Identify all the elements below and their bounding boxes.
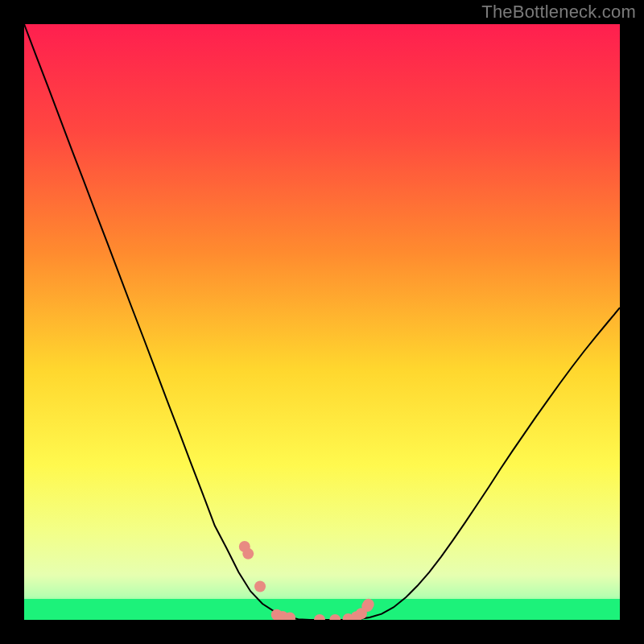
watermark-text: TheBottleneck.com <box>481 2 636 23</box>
data-point <box>242 548 254 559</box>
gradient-background <box>24 24 620 620</box>
data-point <box>254 581 266 592</box>
chart-svg <box>24 24 620 620</box>
chart-plot <box>24 24 620 620</box>
outer-frame: TheBottleneck.com <box>0 0 644 644</box>
data-point <box>363 599 374 610</box>
